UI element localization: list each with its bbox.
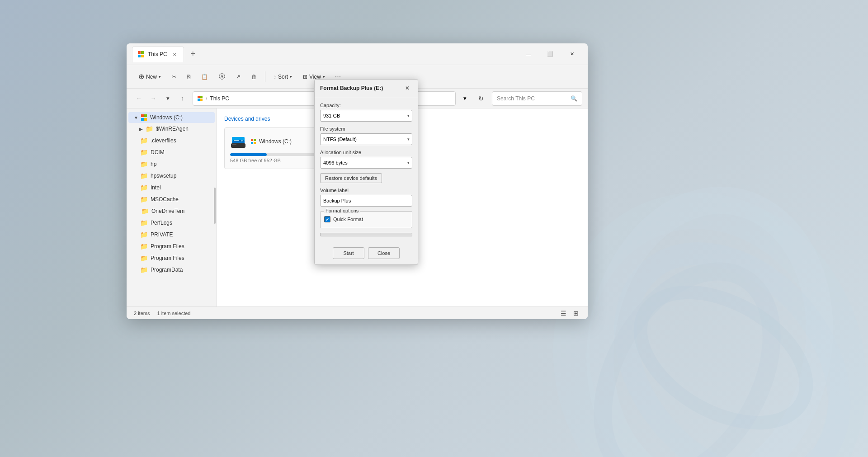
volume-label-input[interactable] <box>320 195 412 207</box>
volume-label-label: Volume label <box>320 188 412 193</box>
minimize-button[interactable]: — <box>518 47 539 61</box>
drive-space-text: 548 GB free of 952 GB <box>230 158 318 163</box>
sort-icon: ↕ <box>274 74 276 80</box>
sort-button[interactable]: ↕ Sort ▾ <box>269 71 297 83</box>
sidebar-label-5: hpswsetup <box>151 173 176 179</box>
refresh-button[interactable]: ↻ <box>474 91 488 106</box>
rename-button[interactable]: Ⓐ <box>214 70 230 84</box>
sidebar-label-10: PRIVATE <box>151 231 173 238</box>
title-bar: This PC ✕ + — ⬜ ✕ <box>127 43 588 65</box>
folder-icon-12: 📁 <box>140 254 148 262</box>
share-button[interactable]: ↗ <box>231 71 245 83</box>
sidebar-item-cleverfiles[interactable]: 📁 .cleverfiles <box>128 135 215 146</box>
explorer-tab[interactable]: This PC ✕ <box>132 46 184 62</box>
sidebar-label-7: MSOCache <box>151 196 179 203</box>
quick-format-checkbox[interactable]: ✓ <box>324 216 330 222</box>
sidebar-item-onedrivetem[interactable]: 📁 OneDriveTem <box>128 205 215 217</box>
sidebar-item-hp[interactable]: 📁 hp <box>128 158 215 170</box>
capacity-select[interactable]: 931 GB ▾ <box>320 110 412 122</box>
sidebar-item-perflogs[interactable]: 📁 PerfLogs <box>128 217 215 229</box>
tab-label: This PC <box>148 51 167 57</box>
folder-icon-13: 📁 <box>140 266 148 273</box>
sidebar-item-msocache[interactable]: 📁 MSOCache <box>128 193 215 205</box>
folder-icon-6: 📁 <box>140 184 148 191</box>
start-button[interactable]: Start <box>333 247 364 259</box>
tab-close-button[interactable]: ✕ <box>171 51 178 58</box>
toolbar-separator-1 <box>265 71 265 82</box>
dialog-footer: Start Close <box>315 244 418 264</box>
sidebar-item-programdata[interactable]: 📁 ProgramData <box>128 264 215 276</box>
new-tab-button[interactable]: + <box>186 47 200 61</box>
folder-icon-10: 📁 <box>140 231 148 238</box>
cut-icon: ✂ <box>172 74 176 80</box>
search-placeholder: Search This PC <box>497 95 535 102</box>
sidebar-label-3: DCIM <box>151 149 165 155</box>
svg-point-1 <box>578 183 842 457</box>
folder-icon-11: 📁 <box>140 243 148 250</box>
delete-button[interactable]: 🗑 <box>247 71 261 83</box>
up-button[interactable]: ↑ <box>175 92 189 105</box>
search-box[interactable]: Search This PC 🔍 <box>492 91 582 106</box>
filesystem-value: NTFS (Default) <box>323 137 357 142</box>
delete-icon: 🗑 <box>251 74 257 80</box>
allocation-dropdown-icon: ▾ <box>407 160 410 165</box>
new-button[interactable]: ⊕ New ▾ <box>134 70 165 84</box>
cut-button[interactable]: ✂ <box>167 71 181 83</box>
filesystem-select[interactable]: NTFS (Default) ▾ <box>320 133 412 145</box>
status-right: ☰ ⊞ <box>559 309 580 318</box>
sidebar-label-2: .cleverfiles <box>151 137 176 144</box>
new-label: New <box>146 74 157 80</box>
address-dropdown-button[interactable]: ▾ <box>459 93 470 104</box>
search-icon: 🔍 <box>571 95 577 102</box>
window-controls: — ⬜ ✕ <box>518 47 582 61</box>
windows-drive-icon <box>141 114 147 121</box>
folder-icon-7: 📁 <box>140 196 148 203</box>
close-button[interactable]: ✕ <box>561 47 582 61</box>
scroll-indicator <box>214 188 216 224</box>
drive-progress-fill <box>230 153 267 156</box>
maximize-button[interactable]: ⬜ <box>540 47 561 61</box>
capacity-select-wrap: 931 GB ▾ <box>320 110 412 122</box>
sidebar-item-private[interactable]: 📁 PRIVATE <box>128 229 215 240</box>
sidebar-label-11: Program Files <box>151 243 184 250</box>
dialog-close-button[interactable]: ✕ <box>402 83 412 93</box>
allocation-value: 4096 bytes <box>323 160 348 165</box>
filesystem-label: File system <box>320 126 412 132</box>
sidebar-item-dcim[interactable]: 📁 DCIM <box>128 146 215 158</box>
sort-label: Sort <box>278 74 288 80</box>
folder-icon-2: 📁 <box>140 137 148 144</box>
sidebar-item-winreagen[interactable]: ▶ 📁 $WinREAgen <box>128 123 215 135</box>
list-view-icon[interactable]: ☰ <box>559 309 568 318</box>
dialog-body: Capacity: 931 GB ▾ File system NTFS (Def… <box>315 97 418 244</box>
capacity-dropdown-icon: ▾ <box>407 113 410 118</box>
folder-icon-5: 📁 <box>140 172 148 179</box>
filesystem-select-wrap: NTFS (Default) ▾ <box>320 133 412 145</box>
sidebar-item-windows-c[interactable]: ▼ Windows (C:) <box>128 112 215 123</box>
format-dialog: Format Backup Plus (E:) ✕ Capacity: 931 … <box>314 79 418 265</box>
sidebar-item-program-files-2[interactable]: 📁 Program Files <box>128 252 215 264</box>
forward-button[interactable]: → <box>146 92 160 105</box>
sidebar-label-4: hp <box>151 161 156 167</box>
dialog-titlebar: Format Backup Plus (E:) ✕ <box>315 80 418 97</box>
quick-format-row: ✓ Quick Format <box>324 214 408 224</box>
copy-button[interactable]: ⎘ <box>183 71 195 83</box>
drive-item-windows-c[interactable]: Windows (C:) 548 GB free of 952 GB <box>224 127 324 169</box>
sidebar-item-program-files-1[interactable]: 📁 Program Files <box>128 240 215 252</box>
restore-defaults-button[interactable]: Restore device defaults <box>320 173 382 183</box>
drive-windows-icon <box>251 139 256 144</box>
drive-name: Windows (C:) <box>259 138 292 145</box>
paste-button[interactable]: 📋 <box>197 71 212 83</box>
view-dropdown-icon: ▾ <box>323 75 325 79</box>
close-dialog-button[interactable]: Close <box>368 247 400 259</box>
allocation-select-wrap: 4096 bytes ▾ <box>320 157 412 169</box>
format-options-label: Format options <box>324 208 360 213</box>
back-button[interactable]: ← <box>132 92 146 105</box>
status-left: 2 items 1 item selected <box>134 311 190 316</box>
status-bar: 2 items 1 item selected ☰ ⊞ <box>127 306 588 319</box>
sidebar-item-intel[interactable]: 📁 Intel <box>128 182 215 193</box>
grid-view-icon[interactable]: ⊞ <box>571 309 580 318</box>
allocation-select[interactable]: 4096 bytes ▾ <box>320 157 412 169</box>
sidebar-label-13: ProgramData <box>151 267 183 273</box>
sidebar-item-hpswsetup[interactable]: 📁 hpswsetup <box>128 170 215 182</box>
dropdown-button[interactable]: ▾ <box>161 92 175 105</box>
